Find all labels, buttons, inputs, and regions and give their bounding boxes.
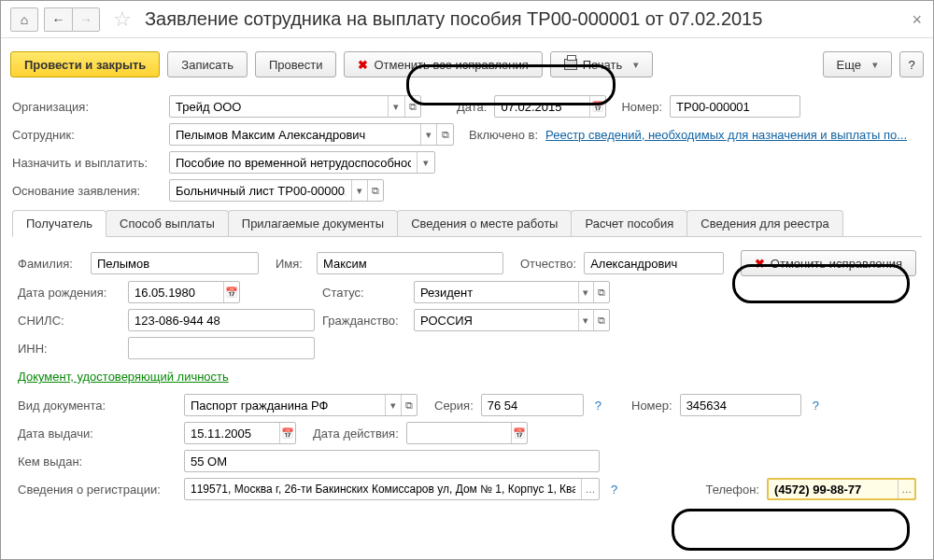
phone-field[interactable]: … xyxy=(767,478,916,500)
date-input[interactable] xyxy=(495,96,589,117)
assign-label: Назначить и выплатить: xyxy=(12,156,162,170)
emp-label: Сотрудник: xyxy=(12,128,162,142)
patronymic-label: Отчество: xyxy=(520,257,576,271)
dropdown-icon[interactable]: ▾ xyxy=(578,282,594,302)
issue-date-field[interactable] xyxy=(184,422,296,444)
close-icon[interactable]: × xyxy=(912,10,922,30)
assign-input[interactable] xyxy=(170,152,417,173)
number-field[interactable] xyxy=(680,394,801,416)
tab-bar: Получатель Способ выплаты Прилагаемые до… xyxy=(12,210,922,237)
citizenship-field[interactable]: ▾ ⧉ xyxy=(414,309,610,331)
calendar-icon[interactable] xyxy=(589,96,605,117)
basis-input[interactable] xyxy=(170,180,351,201)
series-field[interactable] xyxy=(481,394,584,416)
record-button[interactable]: Записать xyxy=(167,51,248,77)
tab-payment[interactable]: Способ выплаты xyxy=(106,210,229,236)
ellipsis-icon[interactable]: … xyxy=(581,479,599,499)
help-button[interactable]: ? xyxy=(899,51,924,77)
doc-type-field[interactable]: ▾ ⧉ xyxy=(184,394,417,416)
firstname-label: Имя: xyxy=(276,257,309,271)
series-label: Серия: xyxy=(434,399,474,413)
patronymic-field[interactable] xyxy=(584,252,724,274)
back-button[interactable]: ← xyxy=(44,7,72,32)
tab-registry[interactable]: Сведения для реестра xyxy=(686,210,842,236)
org-field[interactable]: ▾ ⧉ xyxy=(169,95,421,118)
issued-by-field[interactable] xyxy=(184,450,600,472)
basis-field[interactable]: ▾ ⧉ xyxy=(169,179,384,202)
application-window: ⌂ ← → ☆ Заявление сотрудника на выплату … xyxy=(0,0,934,560)
valid-label: Дата действия: xyxy=(313,427,399,441)
help-icon[interactable]: ? xyxy=(809,399,823,413)
included-link[interactable]: Реестр сведений, необходимых для назначе… xyxy=(545,128,907,142)
open-icon[interactable]: ⧉ xyxy=(367,180,383,201)
cancel-all-fixes-button[interactable]: ✖ Отменить все исправления xyxy=(344,51,542,77)
help-icon[interactable]: ? xyxy=(607,483,621,497)
dropdown-icon[interactable]: ▾ xyxy=(388,96,403,117)
num-field[interactable] xyxy=(670,95,800,118)
forward-button[interactable]: → xyxy=(72,7,100,32)
cancel-fixes-label: Отменить исправления xyxy=(771,257,902,271)
calendar-icon[interactable] xyxy=(511,423,527,443)
dropdown-icon[interactable]: ▾ xyxy=(351,180,367,201)
more-button[interactable]: Еще xyxy=(823,51,892,77)
cancel-all-label: Отменить все исправления xyxy=(374,58,528,72)
open-icon[interactable]: ⧉ xyxy=(401,395,417,415)
ellipsis-icon[interactable]: … xyxy=(898,480,914,498)
favorite-star-icon[interactable]: ☆ xyxy=(113,7,132,32)
tab-docs[interactable]: Прилагаемые документы xyxy=(228,210,398,236)
home-button[interactable]: ⌂ xyxy=(10,7,38,32)
org-label: Организация: xyxy=(12,100,162,114)
open-icon[interactable]: ⧉ xyxy=(404,96,420,117)
cancel-icon: ✖ xyxy=(755,257,765,271)
number-label: Номер: xyxy=(631,399,672,413)
tab-recipient[interactable]: Получатель xyxy=(12,210,106,237)
tab-work[interactable]: Сведения о месте работы xyxy=(397,210,572,236)
post-button[interactable]: Провести xyxy=(255,51,337,77)
dob-field[interactable] xyxy=(128,281,240,303)
nav-group: ← → xyxy=(44,7,100,32)
tab-body-recipient: Фамилия: Имя: Отчество: ✖ Отменить испра… xyxy=(12,237,922,514)
print-button[interactable]: Печать xyxy=(550,51,654,77)
inn-label: ИНН: xyxy=(18,342,120,356)
lastname-field[interactable] xyxy=(91,252,259,274)
phone-label: Телефон: xyxy=(705,483,759,497)
help-icon[interactable]: ? xyxy=(591,399,605,413)
emp-field[interactable]: ▾ ⧉ xyxy=(169,123,454,146)
reg-field[interactable]: … xyxy=(184,478,600,500)
firstname-field[interactable] xyxy=(317,252,503,274)
issued-by-label: Кем выдан: xyxy=(18,455,177,469)
num-label: Номер: xyxy=(621,100,662,114)
valid-field[interactable] xyxy=(406,422,528,444)
calendar-icon[interactable] xyxy=(279,423,295,443)
org-input[interactable] xyxy=(170,96,388,117)
cancel-fixes-button[interactable]: ✖ Отменить исправления xyxy=(741,250,916,276)
status-field[interactable]: ▾ ⧉ xyxy=(414,281,610,303)
doc-section-link[interactable]: Документ, удостоверяющий личность xyxy=(18,370,229,384)
emp-input[interactable] xyxy=(170,124,420,145)
page-title: Заявление сотрудника на выплату пособия … xyxy=(145,8,762,30)
doc-type-label: Вид документа: xyxy=(18,399,177,413)
snils-field[interactable] xyxy=(128,309,315,331)
num-input[interactable] xyxy=(671,96,800,117)
included-label: Включено в: xyxy=(469,128,538,142)
post-and-close-button[interactable]: Провести и закрыть xyxy=(10,51,160,77)
open-icon[interactable]: ⧉ xyxy=(593,282,609,302)
dropdown-icon[interactable]: ▾ xyxy=(417,152,434,173)
dropdown-icon[interactable]: ▾ xyxy=(420,124,437,145)
inn-field[interactable] xyxy=(128,337,315,359)
lastname-label: Фамилия: xyxy=(18,257,83,271)
snils-label: СНИЛС: xyxy=(18,314,120,328)
issue-date-label: Дата выдачи: xyxy=(18,427,177,441)
reg-label: Сведения о регистрации: xyxy=(18,483,177,497)
dropdown-icon[interactable]: ▾ xyxy=(578,310,594,330)
assign-field[interactable]: ▾ xyxy=(169,151,435,174)
dropdown-icon[interactable]: ▾ xyxy=(385,395,401,415)
calendar-icon[interactable] xyxy=(223,282,239,302)
header-form: Организация: ▾ ⧉ Дата: Номер: Сотрудник:… xyxy=(1,87,933,525)
tab-calc[interactable]: Расчет пособия xyxy=(571,210,687,236)
open-icon[interactable]: ⧉ xyxy=(436,124,453,145)
open-icon[interactable]: ⧉ xyxy=(593,310,609,330)
date-field[interactable] xyxy=(494,95,606,118)
date-label: Дата: xyxy=(457,100,487,114)
print-label: Печать xyxy=(583,58,623,72)
